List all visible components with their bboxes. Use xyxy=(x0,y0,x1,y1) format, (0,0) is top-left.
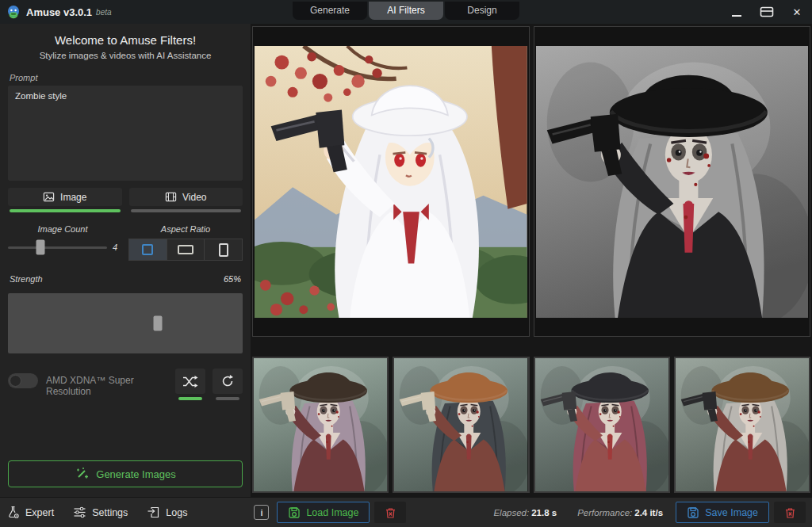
maximize-icon xyxy=(760,6,774,18)
save-image-button[interactable]: Save Image xyxy=(676,502,769,523)
video-mode-button[interactable]: Video xyxy=(129,188,243,206)
title-bar: Amuse v3.0.1 beta Generate AI Filters De… xyxy=(0,0,812,24)
tab-generate[interactable]: Generate xyxy=(293,2,367,20)
aspect-landscape-button[interactable] xyxy=(167,239,205,260)
refresh-button[interactable] xyxy=(213,369,243,394)
image-count-group: Image Count 4 xyxy=(8,224,117,261)
save-image-icon xyxy=(687,506,699,519)
portrait-ratio-icon xyxy=(219,243,228,257)
performance-stat: Performance:2.4 it/s xyxy=(577,508,663,517)
main-content xyxy=(251,24,812,497)
logs-button[interactable]: Logs xyxy=(147,506,187,519)
image-mode-indicator xyxy=(10,209,121,212)
app-window: Amuse v3.0.1 beta Generate AI Filters De… xyxy=(0,0,812,527)
app-title: Amuse v3.0.1 xyxy=(26,6,92,18)
window-controls: ✕ xyxy=(722,0,812,24)
sidebar: Welcome to Amuse Filters! Stylize images… xyxy=(0,24,251,497)
delete-output-icon xyxy=(784,506,796,519)
strength-slider-handle[interactable] xyxy=(154,316,163,331)
flask-icon xyxy=(6,506,20,519)
filtered-image xyxy=(536,46,809,318)
prompt-input[interactable]: Zombie style xyxy=(8,86,243,181)
aspect-ratio-group: Aspect Ratio xyxy=(128,224,243,261)
generate-images-button[interactable]: Generate Images xyxy=(8,460,243,487)
image-count-slider-handle[interactable] xyxy=(36,240,45,255)
image-mode: Image xyxy=(8,188,122,212)
generate-images-label: Generate Images xyxy=(96,468,175,480)
expert-button[interactable]: Expert xyxy=(6,506,54,519)
square-ratio-icon xyxy=(142,244,153,255)
elapsed-value: 21.8 s xyxy=(531,508,557,517)
mode-switch: Image Video xyxy=(8,188,243,212)
magic-wand-icon xyxy=(75,467,89,481)
shuffle-control xyxy=(175,369,205,400)
delete-input-icon xyxy=(385,506,396,519)
shuffle-button[interactable] xyxy=(175,369,205,394)
thumbnail-3[interactable] xyxy=(534,357,670,493)
strength-label: Strength xyxy=(10,274,43,284)
thumbnail-1[interactable] xyxy=(252,357,389,493)
refresh-control xyxy=(213,369,243,400)
image-mode-label: Image xyxy=(60,192,86,203)
video-mode-indicator xyxy=(131,209,242,212)
app-logo-icon xyxy=(6,5,21,19)
welcome-title: Welcome to Amuse Filters! xyxy=(8,33,243,47)
prompt-label: Prompt xyxy=(10,73,241,82)
load-image-icon xyxy=(288,506,301,519)
logs-icon xyxy=(147,506,160,519)
image-mode-button[interactable]: Image xyxy=(8,188,122,206)
delete-output-button[interactable] xyxy=(774,502,806,523)
settings-button[interactable]: Settings xyxy=(73,506,128,519)
minimize-button[interactable] xyxy=(722,0,752,24)
tab-ai-filters[interactable]: AI Filters xyxy=(369,2,443,20)
image-count-value: 4 xyxy=(113,242,117,252)
source-image-panel[interactable] xyxy=(252,26,530,337)
delete-input-button[interactable] xyxy=(374,502,406,523)
load-image-label: Load Image xyxy=(306,507,358,518)
footer-bar: Expert Settings Logs xyxy=(0,497,812,527)
top-tabs: Generate AI Filters Design xyxy=(292,2,520,20)
thumbnail-2[interactable] xyxy=(393,357,529,493)
load-image-button[interactable]: Load Image xyxy=(277,502,370,523)
performance-label: Performance: xyxy=(577,508,632,517)
close-button[interactable]: ✕ xyxy=(782,0,812,24)
image-icon xyxy=(43,191,55,203)
strength-slider[interactable] xyxy=(8,293,243,353)
aspect-ratio-label: Aspect Ratio xyxy=(128,224,243,234)
shuffle-icon xyxy=(182,375,198,388)
save-image-label: Save Image xyxy=(705,507,758,518)
beta-badge: beta xyxy=(96,8,111,17)
source-image xyxy=(255,46,527,318)
image-count-label: Image Count xyxy=(8,224,117,234)
info-button[interactable]: i xyxy=(254,505,269,520)
elapsed-label: Elapsed: xyxy=(493,508,529,517)
super-resolution-label: AMD XDNA™ Super Resolution xyxy=(46,375,175,397)
toggle-knob xyxy=(10,375,21,387)
video-mode: Video xyxy=(129,188,243,212)
generation-stats: Elapsed:21.8 s Performance:2.4 it/s xyxy=(493,508,663,517)
video-icon xyxy=(165,191,177,203)
thumbnail-4[interactable] xyxy=(674,357,810,493)
welcome-subtitle: Stylize images & videos with AI Assistan… xyxy=(8,51,243,60)
super-resolution-toggle[interactable] xyxy=(8,373,38,388)
settings-label: Settings xyxy=(92,507,128,518)
video-mode-label: Video xyxy=(182,192,206,203)
tab-design[interactable]: Design xyxy=(445,2,519,20)
aspect-square-button[interactable] xyxy=(129,239,167,260)
strength-value: 65% xyxy=(224,274,241,284)
elapsed-stat: Elapsed:21.8 s xyxy=(493,508,557,517)
landscape-ratio-icon xyxy=(178,245,193,254)
image-count-slider[interactable] xyxy=(8,246,107,249)
maximize-button[interactable] xyxy=(752,0,782,24)
logs-label: Logs xyxy=(166,507,187,518)
minimize-icon xyxy=(732,15,741,17)
expert-label: Expert xyxy=(25,507,54,518)
thumbnail-strip xyxy=(252,357,810,493)
filtered-image-panel[interactable] xyxy=(534,26,811,337)
aspect-portrait-button[interactable] xyxy=(205,239,242,260)
sliders-icon xyxy=(73,506,86,519)
refresh-icon xyxy=(220,374,235,388)
performance-value: 2.4 it/s xyxy=(634,508,663,517)
